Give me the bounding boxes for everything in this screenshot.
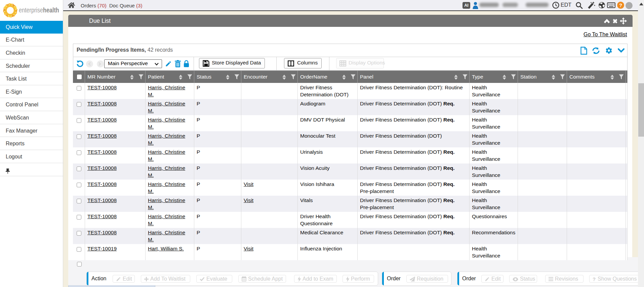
svg-text:enterprisehealth: enterprisehealth	[19, 6, 59, 14]
